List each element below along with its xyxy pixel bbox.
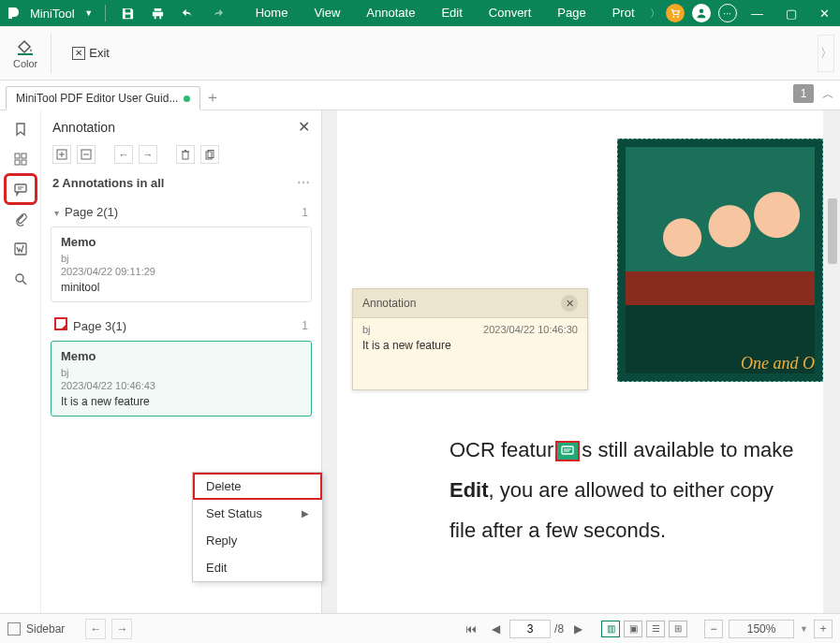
next-anno-icon[interactable]: → — [139, 145, 157, 164]
ribbon-scroll-right-icon[interactable]: 〉 — [818, 35, 834, 72]
feedback-icon[interactable]: ··· — [718, 4, 737, 22]
toggle-visibility-icon[interactable]: ⋯ — [297, 175, 310, 190]
zoom-value[interactable]: 150% — [729, 620, 794, 638]
inline-note-icon[interactable] — [555, 441, 580, 461]
bookmarks-icon[interactable] — [7, 116, 35, 142]
svg-rect-4 — [15, 153, 20, 158]
menu-page[interactable]: Page — [544, 0, 598, 26]
ctx-reply[interactable]: Reply — [193, 527, 322, 554]
print-icon[interactable] — [145, 0, 171, 26]
popup-time: 2023/04/22 10:46:30 — [483, 324, 578, 335]
menu-convert[interactable]: Convert — [476, 0, 545, 26]
redo-icon[interactable] — [205, 0, 231, 26]
status-bar: Sidebar ← → ⏮ ◀ /8 ▶ ▥ ▣ ☰ ⊞ − 150% ▼ ＋ — [0, 613, 840, 643]
ctx-edit[interactable]: Edit — [193, 554, 322, 581]
user-icon[interactable] — [692, 4, 711, 22]
doc-text-bold: Edit — [449, 478, 489, 502]
svg-point-1 — [677, 16, 679, 18]
anno-body: minitool — [61, 281, 302, 294]
svg-point-0 — [672, 16, 674, 18]
grid-view-icon[interactable]: ⊞ — [669, 621, 687, 637]
ctx-delete-label: Delete — [206, 479, 242, 493]
submenu-arrow-icon: ▶ — [302, 508, 309, 519]
image-caption: One and O — [741, 354, 815, 373]
page-anno-count: 1 — [302, 319, 308, 332]
single-page-view-icon[interactable]: ▥ — [601, 621, 620, 637]
collapse-ribbon-icon[interactable]: ︿ — [822, 86, 834, 103]
menu-home[interactable]: Home — [243, 0, 302, 26]
svg-rect-8 — [15, 184, 26, 192]
zoom-out-button[interactable]: − — [704, 620, 723, 638]
nav-forward-icon[interactable]: → — [111, 619, 132, 639]
svg-point-2 — [699, 9, 703, 14]
page-label: Page 3(1) — [73, 319, 126, 333]
vertical-scrollbar[interactable] — [827, 114, 838, 609]
document-page[interactable]: One and O Annotation ✕ bj 2023/04/22 10:… — [337, 110, 823, 613]
panel-toolbar: ← → — [41, 143, 321, 171]
two-page-view-icon[interactable]: ▣ — [624, 621, 642, 637]
thumbnails-icon[interactable] — [7, 146, 35, 172]
doc-text-span: file after a few seconds. — [449, 511, 823, 551]
sidebar-toggle-icon[interactable] — [7, 622, 21, 636]
app-dropdown-icon[interactable]: ▼ — [82, 8, 96, 18]
svg-point-12 — [16, 274, 23, 282]
page-group-row[interactable]: ▾Page 2(1) 1 — [49, 197, 314, 227]
undo-icon[interactable] — [175, 0, 201, 26]
cart-icon[interactable] — [666, 4, 685, 22]
ctx-delete[interactable]: Delete — [193, 473, 322, 500]
menu-view[interactable]: View — [301, 0, 353, 26]
menu-overflow-icon[interactable]: 〉 — [648, 7, 662, 21]
color-tool[interactable]: Color — [0, 26, 51, 80]
anno-author: bj — [61, 253, 302, 264]
anno-title: Memo — [61, 349, 302, 363]
caret-down-icon: ▾ — [54, 208, 59, 218]
page-number-input[interactable] — [509, 620, 551, 638]
close-window-button[interactable]: ✕ — [808, 0, 840, 26]
exit-x-icon: ✕ — [72, 47, 85, 60]
continuous-view-icon[interactable]: ☰ — [646, 621, 665, 637]
popup-body: It is a new feature — [353, 335, 587, 389]
nav-back-icon[interactable]: ← — [85, 619, 106, 639]
document-image[interactable]: One and O — [617, 139, 823, 382]
ctx-set-status[interactable]: Set Status▶ — [193, 500, 322, 527]
menu-annotate[interactable]: Annotate — [353, 0, 428, 26]
fields-icon[interactable] — [7, 236, 35, 262]
new-tab-button[interactable]: ＋ — [200, 85, 225, 110]
panel-close-icon[interactable]: ✕ — [298, 118, 310, 136]
exit-button[interactable]: ✕ Exit — [65, 42, 117, 64]
menu-protect[interactable]: Prot — [599, 0, 648, 26]
context-menu: Delete Set Status▶ Reply Edit — [192, 472, 323, 582]
popup-close-icon[interactable]: ✕ — [561, 295, 578, 312]
expand-all-icon[interactable] — [52, 145, 71, 164]
collapse-all-icon[interactable] — [77, 145, 96, 164]
file-tab-label: MiniTool PDF Editor User Guid... — [16, 92, 178, 105]
maximize-button[interactable]: ▢ — [774, 0, 808, 26]
title-bar: MiniTool ▼ Home View Annotate Edit Conve… — [0, 0, 840, 26]
annotations-icon[interactable] — [7, 176, 35, 202]
minimize-button[interactable]: — — [741, 0, 774, 26]
svg-rect-11 — [15, 243, 26, 255]
attachments-icon[interactable] — [7, 206, 35, 232]
document-view: One and O Annotation ✕ bj 2023/04/22 10:… — [322, 110, 840, 613]
zoom-dropdown-icon[interactable]: ▼ — [800, 624, 808, 634]
search-icon[interactable] — [7, 266, 35, 292]
delete-anno-icon[interactable] — [176, 145, 195, 164]
save-icon[interactable] — [115, 0, 141, 26]
left-nav-rail — [0, 110, 41, 613]
anno-time: 2023/04/22 09:11:29 — [61, 266, 302, 277]
delete-all-icon[interactable] — [200, 145, 219, 164]
prev-anno-icon[interactable]: ← — [114, 145, 133, 164]
page-anno-count: 1 — [302, 206, 308, 219]
annotation-card-selected[interactable]: Memo bj 2023/04/22 10:46:43 It is a new … — [51, 341, 312, 416]
prev-page-icon[interactable]: ◀ — [485, 619, 506, 639]
annotation-popup[interactable]: Annotation ✕ bj 2023/04/22 10:46:30 It i… — [352, 288, 588, 390]
first-page-icon[interactable]: ⏮ — [461, 619, 481, 639]
annotation-card[interactable]: Memo bj 2023/04/22 09:11:29 minitool — [51, 227, 312, 302]
page-group-row[interactable]: Page 3(1) 1 — [49, 310, 314, 341]
zoom-in-button[interactable]: ＋ — [814, 620, 833, 638]
doc-text-span: OCR featur — [449, 438, 553, 461]
file-tab[interactable]: MiniTool PDF Editor User Guid... — [6, 86, 200, 110]
menu-edit[interactable]: Edit — [428, 0, 475, 26]
svg-rect-5 — [22, 153, 26, 158]
next-page-icon[interactable]: ▶ — [567, 619, 588, 639]
